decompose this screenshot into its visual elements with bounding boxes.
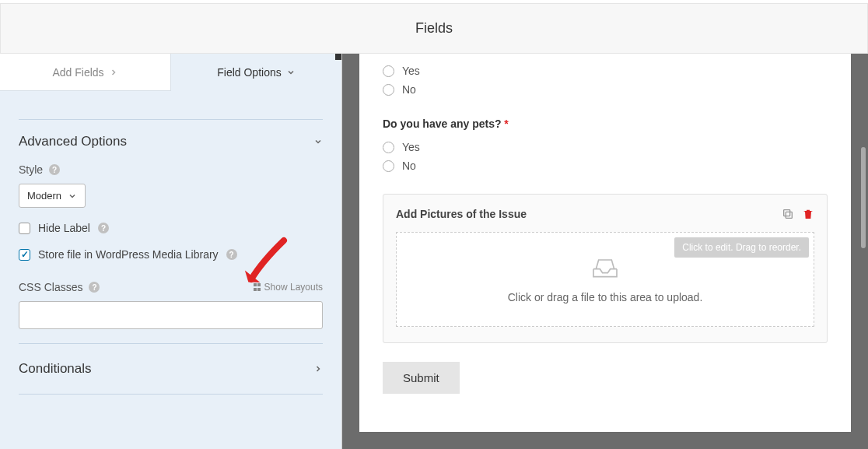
page-title: Fields: [415, 20, 453, 37]
sidebar-body: Advanced Options Style ? Modern Hide: [0, 91, 341, 410]
section-conditionals: Conditionals: [19, 344, 323, 395]
tab-add-fields[interactable]: Add Fields: [0, 54, 171, 91]
radio-option[interactable]: No: [383, 160, 828, 172]
style-label: Style: [19, 163, 43, 176]
grid-icon: [254, 283, 261, 291]
css-classes-row: CSS Classes ? Show Layouts: [19, 281, 323, 293]
sidebar: Add Fields Field Options Advanced Option…: [0, 54, 342, 449]
advanced-options-header[interactable]: Advanced Options: [19, 134, 323, 149]
help-icon[interactable]: ?: [226, 249, 237, 260]
delete-icon[interactable]: [802, 207, 814, 221]
required-asterisk: *: [501, 118, 508, 130]
upload-field[interactable]: Add Pictures of the Issue Click to edit.…: [383, 194, 828, 343]
store-media-row[interactable]: ✓ Store file in WordPress Media Library …: [19, 248, 323, 261]
upload-dropzone[interactable]: Click to edit. Drag to reorder. Click or…: [396, 232, 814, 327]
edit-hint-tooltip: Click to edit. Drag to reorder.: [674, 237, 809, 258]
chevron-down-icon: [313, 137, 323, 146]
style-select[interactable]: Modern: [19, 184, 86, 208]
tab-add-fields-label: Add Fields: [52, 66, 103, 79]
sidebar-tabs: Add Fields Field Options: [0, 54, 341, 91]
style-subsection: Style ? Modern: [19, 149, 323, 208]
chevron-right-icon: [313, 364, 323, 374]
store-media-checkbox[interactable]: ✓: [19, 249, 30, 261]
hide-label-text: Hide Label: [38, 222, 90, 234]
radio-option[interactable]: No: [383, 83, 828, 96]
chevron-down-icon: [68, 191, 77, 201]
store-media-text: Store file in WordPress Media Library: [38, 248, 219, 261]
conditionals-title: Conditionals: [19, 361, 92, 377]
show-layouts-label: Show Layouts: [264, 282, 323, 293]
question-text: Do you have any pets?: [383, 118, 501, 130]
hide-label-row[interactable]: Hide Label ?: [19, 222, 323, 234]
dropzone-text: Click or drag a file to this area to upl…: [508, 291, 703, 303]
svg-rect-0: [786, 212, 792, 218]
help-icon[interactable]: ?: [89, 282, 100, 293]
style-value: Modern: [27, 190, 61, 202]
radio-option[interactable]: Yes: [383, 65, 828, 77]
css-classes-input[interactable]: [19, 301, 323, 329]
question-2: Do you have any pets? * Yes No: [383, 118, 828, 172]
tab-field-options[interactable]: Field Options: [171, 54, 341, 91]
check-icon: ✓: [21, 250, 29, 259]
radio-label: No: [402, 83, 416, 96]
radio-icon[interactable]: [383, 84, 394, 96]
css-classes-label-row: CSS Classes ?: [19, 281, 100, 293]
upload-actions: [782, 207, 814, 221]
scrollbar-thumb[interactable]: [861, 147, 866, 248]
conditionals-header[interactable]: Conditionals: [19, 361, 323, 377]
radio-option[interactable]: Yes: [383, 141, 828, 153]
advanced-options-title: Advanced Options: [19, 134, 127, 149]
upload-title: Add Pictures of the Issue: [396, 208, 527, 220]
question-label: Do you have any pets? *: [383, 118, 828, 130]
question-1: Yes No: [383, 65, 828, 96]
radio-icon[interactable]: [383, 142, 394, 153]
help-icon[interactable]: ?: [49, 164, 60, 175]
upload-header: Add Pictures of the Issue: [396, 207, 814, 221]
radio-label: Yes: [402, 65, 420, 77]
css-classes-label: CSS Classes: [19, 281, 82, 293]
radio-icon[interactable]: [383, 160, 394, 172]
chevron-down-icon: [286, 68, 296, 77]
style-label-row: Style ?: [19, 163, 323, 176]
submit-button[interactable]: Submit: [383, 362, 460, 394]
show-layouts-button[interactable]: Show Layouts: [254, 282, 323, 293]
svg-rect-1: [784, 210, 790, 216]
form-canvas: Yes No Do you have any pets? * Yes No: [359, 54, 851, 432]
form-preview-pane: Yes No Do you have any pets? * Yes No: [342, 54, 868, 449]
section-advanced-options: Advanced Options Style ? Modern Hide: [19, 120, 323, 344]
scroll-indicator: [335, 54, 341, 60]
radio-label: Yes: [402, 141, 420, 153]
duplicate-icon[interactable]: [782, 208, 794, 220]
inbox-icon: [590, 255, 621, 280]
help-icon[interactable]: ?: [98, 223, 109, 233]
chevron-right-icon: [109, 68, 118, 77]
page-header: Fields: [0, 4, 868, 54]
tab-field-options-label: Field Options: [217, 66, 281, 79]
radio-icon[interactable]: [383, 65, 394, 77]
hide-label-checkbox[interactable]: [19, 223, 30, 234]
radio-label: No: [402, 160, 416, 172]
